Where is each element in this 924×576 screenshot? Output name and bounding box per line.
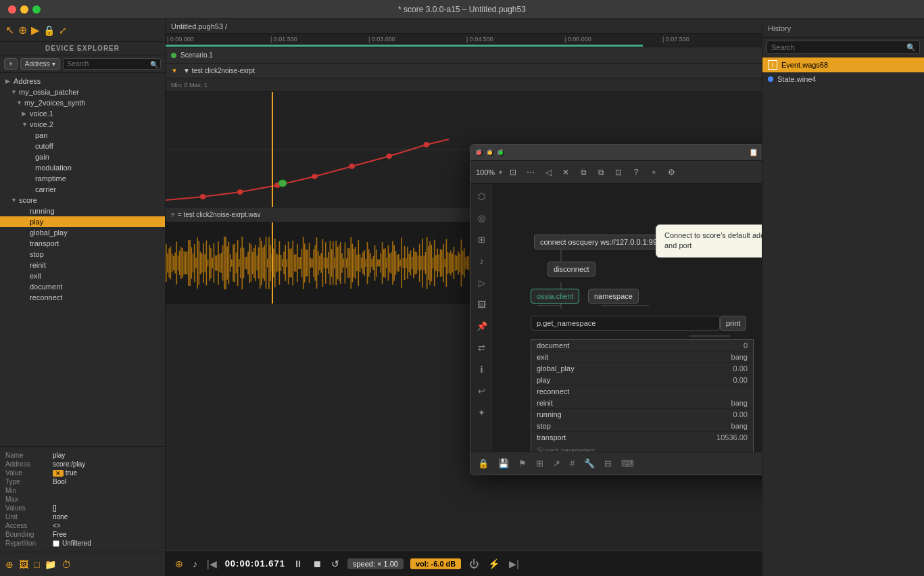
tree-item-ramptime[interactable]: ramptime — [0, 173, 165, 184]
toolbar-icon-8[interactable]: ? — [629, 166, 643, 179]
ossia-client-node[interactable]: ossia.client — [531, 289, 579, 304]
tree-item-document[interactable]: document — [0, 281, 165, 292]
toolbar-icon-3[interactable]: ◁ — [541, 166, 555, 179]
wrench-icon[interactable]: 🔧 — [582, 456, 597, 471]
lock-icon-modal[interactable]: 🔒 — [476, 456, 491, 471]
tree-item-address[interactable]: ▶ Address — [0, 76, 165, 87]
keyboard-icon[interactable]: ⌨ — [619, 456, 636, 471]
flag-icon[interactable]: ⚑ — [516, 456, 529, 471]
add-icon[interactable]: ⊕ — [18, 24, 27, 37]
tree-item-voice1[interactable]: ▶ voice.1 — [0, 108, 165, 119]
tree-item-my-ossia-patcher[interactable]: ▼ my_ossia_patcher — [0, 87, 165, 97]
connect-cmd-node[interactable]: connect oscquery ws://127.0.0.1:9999 — [534, 235, 671, 249]
tree-item-gain[interactable]: gain — [0, 151, 165, 162]
crosshair-button[interactable]: ⊕ — [174, 557, 185, 571]
ns-row-reconnect[interactable]: reconnect — [531, 386, 753, 398]
chevron-right-icon[interactable]: ▷ — [474, 274, 490, 291]
toolbar-icon-2[interactable]: ⋯ — [524, 166, 537, 179]
tree-item-global-play[interactable]: global_play — [0, 227, 165, 238]
namespace-node[interactable]: namespace — [588, 289, 639, 304]
ns-row-running[interactable]: running 0.00 — [531, 409, 753, 421]
mixer-btn[interactable]: ⚡ — [487, 557, 501, 571]
toolbar-icon-10[interactable]: ⚙ — [664, 166, 678, 179]
cube-icon[interactable]: ⬡ — [474, 188, 490, 204]
pause-button[interactable]: ⏸ — [292, 557, 304, 571]
image-icon[interactable]: 🖼 — [19, 559, 28, 570]
cursor-icon-modal[interactable]: ↗ — [551, 456, 562, 471]
vol-display[interactable]: vol: -6.0 dB — [410, 558, 461, 569]
tree-item-pan[interactable]: pan — [0, 130, 165, 141]
modal-max-button[interactable] — [497, 149, 504, 156]
tree-item-play[interactable]: play — [0, 216, 165, 227]
layout-icon[interactable]: ⊞ — [474, 231, 490, 247]
pin-icon[interactable]: 📌 — [474, 318, 490, 334]
bars-icon[interactable]: ⊟ — [602, 456, 614, 471]
history-icon-modal[interactable]: ↩ — [474, 383, 490, 399]
target-icon-modal[interactable]: ◎ — [474, 210, 490, 226]
history-icon[interactable]: ⏱ — [62, 559, 71, 570]
toolbar-icon-9[interactable]: + — [647, 166, 660, 179]
tree-item-modulation[interactable]: modulation — [0, 162, 165, 173]
play-icon[interactable]: ▶ — [31, 24, 39, 37]
resize-icon[interactable]: ⤢ — [59, 25, 67, 36]
namespace-table-body[interactable]: document 0 exit bang global_play 0.00 — [531, 340, 753, 443]
tree-item-my-2voices-synth[interactable]: ▼ my_2voices_synth — [0, 97, 165, 108]
ns-row-document[interactable]: document 0 — [531, 340, 753, 352]
toolbar-icon-4[interactable]: ✕ — [559, 166, 573, 179]
tree-item-reconnect[interactable]: reconnect — [0, 292, 165, 303]
ns-row-exit[interactable]: exit bang — [531, 352, 753, 363]
tree-item-cutoff[interactable]: cutoff — [0, 141, 165, 151]
grid-icon-modal[interactable]: ⊞ — [534, 456, 545, 471]
tree-item-score[interactable]: ▼ score — [0, 195, 165, 206]
star-icon[interactable]: ✦ — [474, 404, 490, 421]
tree-item-exit[interactable]: exit — [0, 270, 165, 281]
toolbar-icon-7[interactable]: ⊡ — [612, 166, 625, 179]
modal-canvas[interactable]: connect oscquery ws://127.0.0.1:9999 Con… — [493, 184, 762, 452]
close-button[interactable] — [8, 5, 16, 14]
toolbar-icon-5[interactable]: ⧉ — [577, 166, 590, 179]
history-item-event[interactable]: I Event.wags68 — [762, 57, 924, 72]
hash-icon[interactable]: # — [568, 456, 577, 471]
minimize-button[interactable] — [20, 5, 28, 14]
tree-item-stop[interactable]: stop — [0, 249, 165, 260]
address-dropdown[interactable]: Address ▾ — [20, 58, 60, 70]
ns-row-transport[interactable]: transport 10536.00 — [531, 432, 753, 443]
tree-item-running[interactable]: running — [0, 206, 165, 216]
speed-display[interactable]: speed: × 1.00 — [347, 558, 404, 569]
tree-item-voice2[interactable]: ▼ voice.2 — [0, 119, 165, 130]
window-controls[interactable] — [8, 5, 41, 14]
target-icon[interactable]: ⊕ — [5, 559, 14, 570]
arrows-icon[interactable]: ⇄ — [474, 339, 490, 356]
disconnect-node[interactable]: disconnect — [548, 262, 595, 277]
rewind-button[interactable]: ↺ — [330, 557, 341, 571]
add-device-button[interactable]: + — [4, 58, 18, 70]
ns-row-play[interactable]: play 0.00 — [531, 375, 753, 386]
ns-row-reinit[interactable]: reinit bang — [531, 398, 753, 409]
stop-button[interactable]: ⏹ — [311, 557, 323, 571]
save-icon-modal[interactable]: 💾 — [496, 456, 511, 471]
modal-min-button[interactable] — [487, 149, 493, 156]
folder-icon[interactable]: 📁 — [45, 559, 56, 570]
ns-row-global-play[interactable]: global_play 0.00 — [531, 363, 753, 375]
maximize-button[interactable] — [32, 5, 41, 14]
zoom-dropdown[interactable]: ▾ — [499, 168, 502, 176]
music-button[interactable]: ♪ — [191, 557, 199, 571]
track-1-expand[interactable]: ▼ — [171, 67, 178, 74]
prev-button[interactable]: |◀ — [205, 557, 218, 571]
music-icon[interactable]: ♪ — [474, 253, 490, 269]
square-icon[interactable]: □ — [34, 559, 39, 570]
repetition-checkbox[interactable] — [53, 540, 59, 547]
ns-row-stop[interactable]: stop bang — [531, 421, 753, 432]
get-namespace-node[interactable]: p.get_namespace — [531, 316, 720, 331]
power-btn-transport[interactable]: ⏻ — [468, 557, 480, 571]
tree-item-reinit[interactable]: reinit — [0, 260, 165, 270]
image-icon-modal[interactable]: 🖼 — [474, 296, 490, 312]
sidebar-search-input[interactable] — [63, 58, 161, 70]
modal-close-button[interactable] — [476, 149, 483, 156]
toolbar-icon-6[interactable]: ⧉ — [594, 166, 608, 179]
info-icon[interactable]: ℹ — [474, 361, 490, 377]
next-btn[interactable]: ▶| — [508, 557, 520, 571]
cursor-icon[interactable]: ↖ — [5, 24, 14, 37]
tree-item-carrier[interactable]: carrier — [0, 184, 165, 195]
history-item-state[interactable]: State.wine4 — [762, 72, 924, 86]
